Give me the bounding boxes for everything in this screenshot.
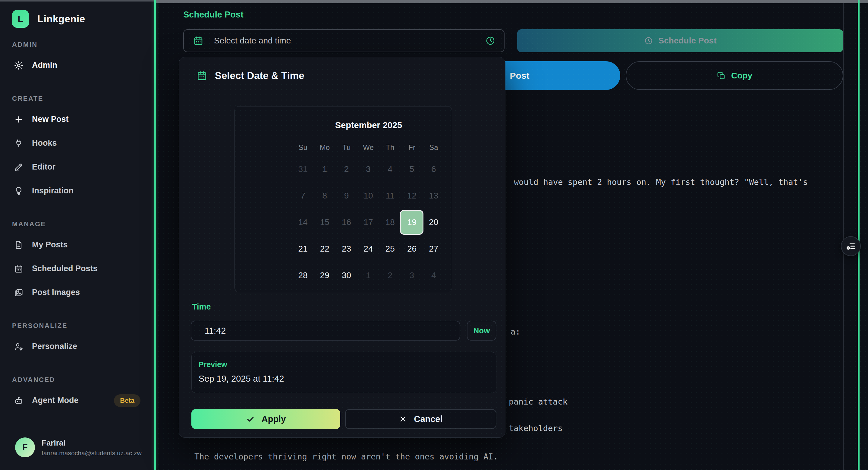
calendar-day-7: 7 (292, 184, 314, 207)
sidebar-item-label: Hooks (32, 139, 57, 148)
time-input[interactable] (191, 321, 460, 341)
modal-title: Select Date & Time (215, 70, 304, 82)
calendar-day-22[interactable]: 22 (314, 237, 336, 260)
top-strip-sidebar (0, 0, 156, 1)
sidebar-item-hooks[interactable]: Hooks (0, 131, 154, 155)
user-meta: Farirai farirai.masocha@students.uz.ac.z… (41, 438, 142, 457)
preview-value: Sep 19, 2025 at 11:42 (198, 374, 496, 384)
calendar-day-3: 3 (358, 158, 379, 181)
now-button[interactable]: Now (467, 321, 496, 341)
schedule-post-button-label: Schedule Post (658, 36, 717, 46)
datetime-field[interactable]: Select date and time (183, 29, 504, 52)
editor-text-line: would have spent 2 hours on. My first th… (514, 177, 808, 187)
sidebar-item-admin[interactable]: Admin (0, 53, 154, 77)
weekday-label: Th (379, 143, 401, 152)
calendar-grid: 3112345678910111213141516171819202122232… (292, 156, 444, 289)
section-label: PERSONALIZE (12, 321, 154, 330)
calendar-icon (193, 35, 204, 46)
sidebar-item-post-images[interactable]: Post Images (0, 281, 154, 304)
sidebar: L Linkgenie ADMINAdminCREATENew PostHook… (0, 0, 154, 470)
sidebar-section: ADVANCEDAgent ModeBeta (0, 375, 154, 412)
sidebar-item-new-post[interactable]: New Post (0, 108, 154, 131)
calendar-day-13: 13 (423, 184, 444, 207)
datetime-placeholder: Select date and time (214, 36, 485, 46)
calendar-day-19[interactable]: 19 (401, 211, 423, 234)
document-icon (14, 240, 24, 250)
preview-label: Preview (198, 360, 496, 369)
user-name: Farirai (41, 438, 142, 448)
calendar-day-28[interactable]: 28 (292, 264, 314, 287)
close-icon (399, 415, 407, 423)
apply-button[interactable]: Apply (191, 409, 340, 429)
sidebar-item-label: My Posts (32, 240, 68, 249)
calendar-day-3: 3 (401, 264, 423, 287)
calendar-day-24[interactable]: 24 (358, 237, 379, 260)
calendar-day-27[interactable]: 27 (423, 237, 444, 260)
cancel-button-label: Cancel (414, 414, 442, 424)
calendar-day-12: 12 (401, 184, 423, 207)
sidebar-item-label: Post Images (32, 288, 80, 297)
plus-icon (14, 115, 24, 124)
copy-icon (717, 71, 726, 80)
section-label: ADVANCED (12, 375, 154, 384)
avatar: F (15, 437, 35, 457)
sidebar-item-personalize[interactable]: Personalize (0, 334, 154, 358)
check-icon (246, 414, 255, 423)
calendar-day-16: 16 (336, 211, 358, 234)
copy-button[interactable]: Copy (626, 61, 843, 90)
schedule-post-button[interactable]: Schedule Post (517, 29, 843, 52)
calendar-weekdays: SuMoTuWeThFrSa (292, 143, 444, 152)
sidebar-item-scheduled-posts[interactable]: Scheduled Posts (0, 257, 154, 281)
preview-panel: Preview Sep 19, 2025 at 11:42 (191, 352, 496, 393)
playlist-icon (845, 241, 856, 252)
calendar-widget: September 2025 SuMoTuWeThFrSa 3112345678… (235, 106, 452, 292)
image-icon (14, 288, 24, 297)
calendar-day-29[interactable]: 29 (314, 264, 336, 287)
calendar-day-30[interactable]: 30 (336, 264, 358, 287)
pencil-icon (14, 162, 24, 172)
time-label: Time (192, 302, 211, 312)
app-name: Linkgenie (37, 13, 85, 25)
calendar-day-25[interactable]: 25 (379, 237, 401, 260)
clock-icon (485, 36, 495, 46)
calendar-icon (14, 264, 24, 274)
sidebar-item-label: Editor (32, 162, 56, 172)
sidebar-item-label: Agent Mode (32, 396, 79, 405)
sidebar-item-label: Inspiration (32, 186, 73, 196)
sidebar-item-agent-mode[interactable]: Agent ModeBeta (0, 388, 154, 412)
calendar-day-5: 5 (401, 158, 423, 181)
weekday-label: Sa (423, 143, 444, 152)
app-logo: L (12, 10, 29, 28)
section-label: MANAGE (12, 219, 154, 229)
post-button-label: Post (510, 70, 529, 81)
calendar-day-10: 10 (358, 184, 379, 207)
sidebar-item-my-posts[interactable]: My Posts (0, 233, 154, 257)
brand: L Linkgenie (12, 10, 85, 28)
sidebar-item-inspiration[interactable]: Inspiration (0, 179, 154, 203)
apply-button-label: Apply (261, 414, 286, 424)
calendar-day-20[interactable]: 20 (423, 211, 444, 234)
cancel-button[interactable]: Cancel (345, 409, 496, 429)
robot-icon (14, 396, 24, 406)
gear-icon (14, 61, 24, 70)
lightbulb-icon (14, 186, 24, 196)
sidebar-item-label: New Post (32, 115, 69, 124)
sidebar-section: ADMINAdmin (0, 40, 154, 77)
weekday-label: Fr (401, 143, 423, 152)
now-button-label: Now (473, 326, 490, 335)
queue-toggle-button[interactable] (841, 236, 861, 256)
calendar-month-label: September 2025 (292, 120, 445, 130)
calendar-day-1: 1 (314, 158, 336, 181)
calendar-day-17: 17 (358, 211, 379, 234)
content-right-border (843, 0, 844, 470)
app-window: L Linkgenie ADMINAdminCREATENew PostHook… (0, 0, 868, 470)
calendar-day-8: 8 (314, 184, 336, 207)
editor-text-fragment: takeholders (509, 423, 563, 433)
calendar-day-26[interactable]: 26 (401, 237, 423, 260)
calendar-day-21[interactable]: 21 (292, 237, 314, 260)
weekday-label: Su (292, 143, 314, 152)
calendar-day-23[interactable]: 23 (336, 237, 358, 260)
user-profile[interactable]: F Farirai farirai.masocha@students.uz.ac… (15, 437, 142, 457)
sidebar-item-editor[interactable]: Editor (0, 155, 154, 179)
schedule-post-heading: Schedule Post (183, 10, 244, 20)
